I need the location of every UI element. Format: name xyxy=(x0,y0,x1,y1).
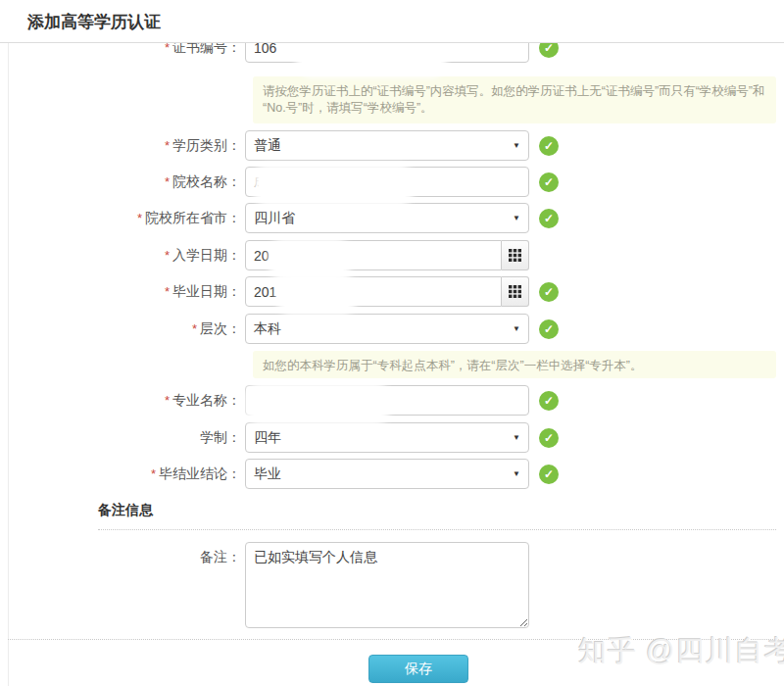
major-row: *专业名称： ✓ xyxy=(0,385,784,416)
edu-type-label: *学历类别： xyxy=(0,137,245,155)
valid-check-icon: ✓ xyxy=(539,391,559,411)
major-label: *专业名称： xyxy=(0,392,245,410)
school-province-row: *院校所在省市： 四川省 ▼ ✓ xyxy=(0,203,784,233)
calendar-grid-icon xyxy=(509,285,521,298)
redaction-blur xyxy=(259,170,408,201)
valid-check-icon: ✓ xyxy=(539,43,559,58)
watermark: 知乎 @四川自考 xyxy=(578,632,784,671)
redaction-blur xyxy=(282,280,351,310)
enroll-date-row: *入学日期： xyxy=(0,240,784,270)
valid-check-icon: ✓ xyxy=(539,209,559,228)
cert-no-help-notice: 请按您学历证书上的“证书编号”内容填写。如您的学历证书上无“证书编号”而只有“学… xyxy=(253,76,776,123)
add-education-certification-page: 添加高等学历认证 *证书编号： ✓ 请按您学历证书上的“证书编号”内容填写。如您… xyxy=(0,0,784,686)
cert-no-label: *证书编号： xyxy=(0,43,245,57)
school-province-label: *院校所在省市： xyxy=(0,210,245,227)
conclusion-select[interactable]: 毕业 ▼ xyxy=(245,459,529,489)
valid-check-icon: ✓ xyxy=(539,172,559,192)
save-button[interactable]: 保存 xyxy=(368,655,468,683)
level-select[interactable]: 本科 ▼ xyxy=(245,314,529,344)
school-name-label: *院校名称： xyxy=(0,173,245,191)
required-marker: * xyxy=(165,393,170,408)
dropdown-arrow-icon: ▼ xyxy=(513,433,520,442)
valid-check-icon: ✓ xyxy=(539,465,559,484)
redaction-blur xyxy=(274,244,345,275)
remark-label: 备注： xyxy=(0,542,245,566)
remark-section-title: 备注信息 xyxy=(98,502,153,519)
dropdown-arrow-icon: ▼ xyxy=(513,141,520,150)
dropdown-arrow-icon: ▼ xyxy=(513,469,520,478)
valid-check-icon: ✓ xyxy=(539,282,559,302)
redaction-blur xyxy=(251,388,384,419)
cert-no-row: *证书编号： ✓ xyxy=(0,43,784,63)
page-header: 添加高等学历认证 xyxy=(0,0,784,43)
required-marker: * xyxy=(165,43,170,55)
edu-type-select[interactable]: 普通 ▼ xyxy=(245,130,529,161)
duration-row: 学制： 四年 ▼ ✓ xyxy=(0,422,784,453)
duration-select[interactable]: 四年 ▼ xyxy=(245,422,529,453)
required-marker: * xyxy=(165,138,170,153)
school-province-select[interactable]: 四川省 ▼ xyxy=(245,203,529,233)
required-marker: * xyxy=(151,466,156,481)
section-divider xyxy=(98,529,776,530)
valid-check-icon: ✓ xyxy=(539,136,559,156)
level-row: *层次： 本科 ▼ ✓ xyxy=(0,314,784,344)
graduate-date-label: *毕业日期： xyxy=(0,283,245,301)
form-scroll-area: *证书编号： ✓ 请按您学历证书上的“证书编号”内容填写。如您的学历证书上无“证… xyxy=(0,43,784,686)
conclusion-label: *毕结业结论： xyxy=(0,466,245,483)
valid-check-icon: ✓ xyxy=(539,319,559,339)
enroll-date-label: *入学日期： xyxy=(0,247,245,265)
redaction-blur xyxy=(302,43,441,72)
conclusion-row: *毕结业结论： 毕业 ▼ ✓ xyxy=(0,459,784,489)
required-marker: * xyxy=(165,248,170,263)
enroll-date-calendar-button[interactable] xyxy=(502,240,529,270)
level-help-notice: 如您的本科学历属于“专科起点本科”，请在“层次”一栏中选择“专升本”。 xyxy=(253,351,776,378)
calendar-grid-icon xyxy=(509,249,521,262)
graduate-date-row: *毕业日期： ✓ xyxy=(0,276,784,307)
dropdown-arrow-icon: ▼ xyxy=(513,324,520,333)
page-title: 添加高等学历认证 xyxy=(27,11,161,33)
school-name-row: *院校名称： ✓ xyxy=(0,167,784,197)
dropdown-arrow-icon: ▼ xyxy=(513,214,520,222)
edu-type-row: *学历类别： 普通 ▼ ✓ xyxy=(0,130,784,161)
valid-check-icon: ✓ xyxy=(539,428,559,448)
remark-row: 备注： 已如实填写个人信息 xyxy=(0,542,784,632)
required-marker: * xyxy=(137,211,142,225)
level-label: *层次： xyxy=(0,320,245,338)
required-marker: * xyxy=(165,174,170,189)
graduate-date-calendar-button[interactable] xyxy=(502,276,529,307)
required-marker: * xyxy=(165,284,170,299)
required-marker: * xyxy=(192,321,197,336)
remark-textarea[interactable]: 已如实填写个人信息 xyxy=(245,542,529,628)
duration-label: 学制： xyxy=(0,429,245,447)
